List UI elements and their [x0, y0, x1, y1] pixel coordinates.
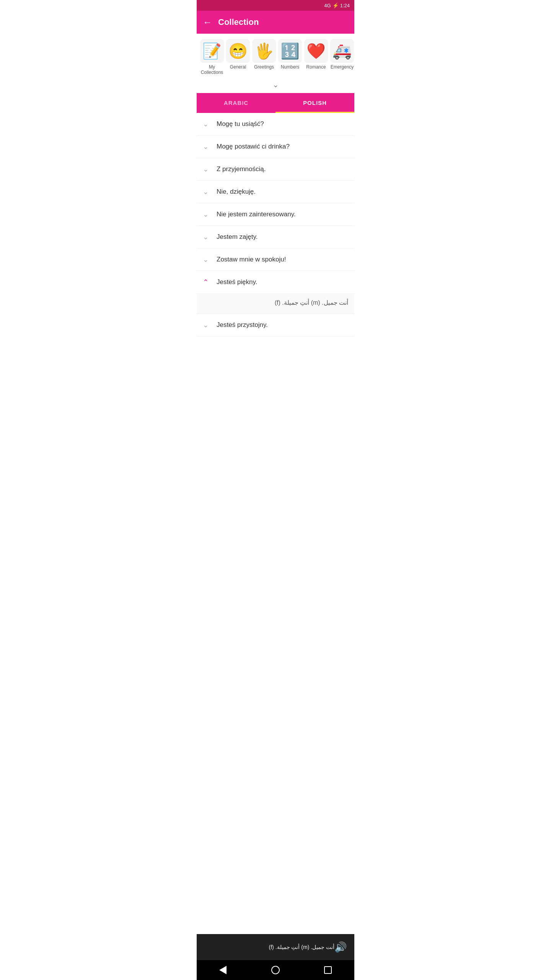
- phrase-header-3[interactable]: ⌄Z przyjemnością.: [197, 158, 354, 180]
- category-icon-general: 😁: [226, 39, 250, 63]
- phrase-item-6: ⌄Jestem zajęty.: [197, 226, 354, 248]
- category-item-romance[interactable]: ❤️ Romance: [304, 39, 328, 70]
- phrase-chevron-1: ⌄: [203, 120, 210, 128]
- status-bar: 4G ⚡ 1:24: [197, 0, 354, 11]
- category-item-greetings[interactable]: 🖐 Greetings: [252, 39, 276, 70]
- phrase-header-9[interactable]: ⌄Jesteś przystojny.: [197, 314, 354, 336]
- phrase-chevron-2: ⌄: [203, 142, 210, 151]
- category-icon-emergency: 🚑: [330, 39, 354, 63]
- phrase-expanded-8: أنت جميل. (m) أنتِ جميلة. (f): [197, 293, 354, 314]
- phrase-chevron-9: ⌄: [203, 321, 210, 329]
- phrase-chevron-3: ⌄: [203, 165, 210, 173]
- phrase-text-5: Nie jestem zainteresowany.: [217, 211, 296, 218]
- phrase-chevron-8: ⌃: [203, 278, 210, 286]
- category-label-my-collections: My Collections: [201, 64, 223, 75]
- phrase-item-2: ⌄Mogę postawić ci drinka?: [197, 136, 354, 158]
- page-title: Collection: [218, 17, 259, 27]
- phrase-chevron-7: ⌄: [203, 255, 210, 264]
- category-icon-numbers: 🔢: [278, 39, 302, 63]
- phrase-text-6: Jestem zajęty.: [217, 233, 258, 241]
- phrase-item-7: ⌄Zostaw mnie w spokoju!: [197, 248, 354, 271]
- phrase-chevron-5: ⌄: [203, 210, 210, 219]
- phrase-item-9: ⌄Jesteś przystojny.: [197, 314, 354, 336]
- phrase-item-4: ⌄Nie, dziękuję.: [197, 181, 354, 203]
- phrase-list: ⌄Mogę tu usiąść?⌄Mogę postawić ci drinka…: [197, 113, 354, 383]
- phrase-text-1: Mogę tu usiąść?: [217, 120, 264, 128]
- categories-row: 📝 My Collections 😁 General 🖐 Greetings 🔢…: [197, 34, 354, 78]
- phrase-header-7[interactable]: ⌄Zostaw mnie w spokoju!: [197, 248, 354, 271]
- phrase-text-2: Mogę postawić ci drinka?: [217, 143, 290, 150]
- category-icon-romance: ❤️: [304, 39, 328, 63]
- category-icon-greetings: 🖐: [252, 39, 276, 63]
- battery-icon: ⚡: [333, 3, 339, 8]
- expand-categories-button[interactable]: ⌄: [272, 80, 279, 89]
- phrase-item-5: ⌄Nie jestem zainteresowany.: [197, 203, 354, 226]
- phrase-text-4: Nie, dziękuję.: [217, 188, 256, 196]
- app-bar: ← Collection: [197, 11, 354, 34]
- category-item-emergency[interactable]: 🚑 Emergency: [330, 39, 354, 70]
- signal-indicator: 4G: [324, 3, 331, 8]
- phrase-text-3: Z przyjemnością.: [217, 165, 266, 173]
- category-item-my-collections[interactable]: 📝 My Collections: [200, 39, 224, 75]
- tab-polish[interactable]: POLISH: [276, 93, 354, 113]
- phrase-header-1[interactable]: ⌄Mogę tu usiąść?: [197, 113, 354, 135]
- back-button[interactable]: ←: [203, 17, 212, 28]
- expand-categories-row: ⌄: [197, 78, 354, 93]
- phrase-header-2[interactable]: ⌄Mogę postawić ci drinka?: [197, 136, 354, 158]
- clock: 1:24: [340, 3, 350, 8]
- phrase-text-8: Jesteś piękny.: [217, 278, 257, 286]
- phrase-text-9: Jesteś przystojny.: [217, 321, 268, 329]
- tab-arabic[interactable]: ARABIC: [197, 93, 276, 113]
- category-icon-my-collections: 📝: [200, 39, 224, 63]
- category-item-numbers[interactable]: 🔢 Numbers: [278, 39, 302, 70]
- category-label-numbers: Numbers: [281, 64, 300, 70]
- phrase-header-5[interactable]: ⌄Nie jestem zainteresowany.: [197, 203, 354, 225]
- phrase-header-6[interactable]: ⌄Jestem zajęty.: [197, 226, 354, 248]
- phrase-item-3: ⌄Z przyjemnością.: [197, 158, 354, 181]
- phrase-chevron-4: ⌄: [203, 188, 210, 196]
- phrase-item-1: ⌄Mogę tu usiąść?: [197, 113, 354, 136]
- category-item-general[interactable]: 😁 General: [226, 39, 250, 70]
- phrase-text-7: Zostaw mnie w spokoju!: [217, 256, 286, 263]
- phrase-item-8: ⌃Jesteś piękny.أنت جميل. (m) أنتِ جميلة.…: [197, 271, 354, 314]
- status-icons: 4G ⚡ 1:24: [324, 3, 350, 8]
- category-label-general: General: [230, 64, 246, 70]
- category-label-emergency: Emergency: [331, 64, 354, 70]
- phrase-header-8[interactable]: ⌃Jesteś piękny.: [197, 271, 354, 293]
- category-label-greetings: Greetings: [254, 64, 274, 70]
- category-label-romance: Romance: [306, 64, 326, 70]
- language-tabs: ARABICPOLISH: [197, 93, 354, 113]
- phrase-chevron-6: ⌄: [203, 233, 210, 241]
- phrase-translation-8: أنت جميل. (m) أنتِ جميلة. (f): [217, 298, 348, 308]
- phrase-header-4[interactable]: ⌄Nie, dziękuję.: [197, 181, 354, 203]
